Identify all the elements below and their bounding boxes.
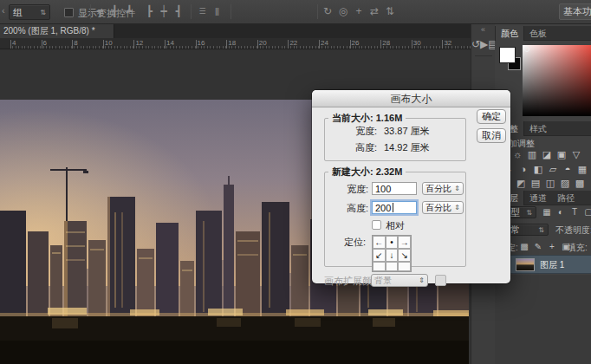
ruler-tick: 12 xyxy=(135,39,143,47)
photo-filter-icon[interactable]: ▱ xyxy=(548,164,558,175)
align-vertical-centers-icon[interactable]: ╂ xyxy=(108,5,120,18)
align-top-edges-icon[interactable]: ┳ xyxy=(94,5,106,18)
ruler-tick: 6 xyxy=(43,39,47,47)
actions-icon[interactable]: ▶ xyxy=(480,38,488,50)
layer-name[interactable]: 图层 1 xyxy=(540,259,564,271)
layers-panel-empty-area xyxy=(495,275,591,364)
foreground-color-swatch[interactable] xyxy=(499,47,516,63)
current-size-heading: 当前大小: 1.16M xyxy=(328,112,406,125)
anchor-empty-1[interactable] xyxy=(373,262,386,271)
current-size-group: 当前大小: 1.16M 宽度: 33.87 厘米 高度: 14.92 厘米 xyxy=(324,118,466,161)
layer-thumbnail[interactable] xyxy=(516,258,535,271)
align-bottom-edges-icon[interactable]: ┻ xyxy=(123,5,135,18)
brightness-contrast-icon[interactable]: ☼ xyxy=(512,149,523,160)
black-white-icon[interactable]: ◧ xyxy=(533,164,543,175)
align-right-edges-icon[interactable]: ┫ xyxy=(172,5,185,18)
dropdown-arrows-icon: ⇅ xyxy=(40,9,46,16)
anchor-down-right[interactable]: ↘ xyxy=(398,249,411,262)
color-balance-icon[interactable]: ◑ xyxy=(518,164,529,175)
horizontal-ruler[interactable]: 468101214161820222426283032 xyxy=(0,38,471,49)
invert-icon[interactable]: ◩ xyxy=(516,178,526,189)
ruler-minor-ticks xyxy=(12,46,471,49)
new-size-heading: 新建大小: 2.32M xyxy=(328,166,406,179)
anchor-empty-3[interactable] xyxy=(398,262,411,271)
dropdown-arrows-icon: ⇅ xyxy=(526,209,532,217)
lock-position-icon[interactable]: + xyxy=(547,241,557,253)
distribute-horizontal-icon[interactable]: ||| xyxy=(211,5,223,18)
tab-color[interactable]: 颜色 xyxy=(495,26,524,41)
anchor-center[interactable]: • xyxy=(386,236,399,249)
anchor-right[interactable]: → xyxy=(398,236,411,249)
extension-color-dropdown: 背景⇕ xyxy=(371,274,428,287)
ruler-tick: 30 xyxy=(413,39,421,47)
relative-checkbox[interactable] xyxy=(372,220,381,230)
fill-label: 填充: xyxy=(568,242,588,254)
dropdown-arrows-icon: ⇕ xyxy=(419,276,425,284)
cancel-button[interactable]: 取消 xyxy=(477,128,506,143)
auto-select-dropdown[interactable]: 组⇅ xyxy=(9,4,50,20)
separator xyxy=(231,4,231,19)
3d-roll-icon[interactable]: ◎ xyxy=(337,5,349,18)
ruler-tick: 18 xyxy=(228,39,236,47)
align-horizontal-centers-icon[interactable]: ┿ xyxy=(158,5,170,18)
history-icon[interactable]: ↺ xyxy=(471,38,480,50)
new-width-input[interactable] xyxy=(372,182,417,195)
anchor-empty-2[interactable] xyxy=(386,262,399,271)
ruler-tick: 14 xyxy=(166,39,174,47)
align-left-edges-icon[interactable]: ┣ xyxy=(143,5,155,18)
3d-drag-icon[interactable]: + xyxy=(353,5,365,18)
filter-pixel-layers-icon[interactable]: ▦ xyxy=(542,206,552,218)
3d-slide-icon[interactable]: ⇄ xyxy=(368,5,380,18)
lock-transparency-icon[interactable]: ▩ xyxy=(519,241,529,253)
vibrance-icon[interactable]: ▽ xyxy=(571,149,581,160)
ruler-tick: 10 xyxy=(105,39,113,47)
lock-image-icon[interactable]: ✎ xyxy=(533,241,543,253)
tab-channels[interactable]: 通道 xyxy=(524,191,552,205)
expand-panels-icon[interactable]: « xyxy=(471,24,495,35)
show-transform-checkbox[interactable] xyxy=(64,8,74,17)
workspace-switcher-button[interactable]: 基本功能 xyxy=(559,3,591,20)
levels-icon[interactable]: ▥ xyxy=(527,149,537,160)
tab-styles[interactable]: 样式 xyxy=(524,121,552,136)
separator xyxy=(90,4,91,19)
channel-mixer-icon[interactable]: ◓ xyxy=(562,164,573,175)
new-height-input[interactable] xyxy=(372,201,417,214)
anchor-down-left[interactable]: ↙ xyxy=(373,249,386,262)
color-saturation-field[interactable] xyxy=(523,45,591,116)
filter-adjustment-layers-icon[interactable]: ◐ xyxy=(555,206,566,218)
filter-type-layers-icon[interactable]: T xyxy=(569,206,580,218)
height-unit-dropdown[interactable]: 百分比⇕ xyxy=(422,201,464,214)
width-unit-dropdown[interactable]: 百分比⇕ xyxy=(422,182,464,195)
anchor-down[interactable]: ↓ xyxy=(386,249,399,262)
distribute-vertical-icon[interactable]: ☰ xyxy=(196,5,208,18)
dropdown-arrows-icon: ⇅ xyxy=(538,226,544,234)
gradient-map-icon[interactable]: ▨ xyxy=(560,178,570,189)
current-width-value: 33.87 厘米 xyxy=(384,125,430,138)
ruler-tick: 16 xyxy=(198,39,205,47)
dialog-title-bar[interactable]: 画布大小 xyxy=(312,90,510,107)
curves-icon[interactable]: ◪ xyxy=(542,149,552,160)
3d-scale-icon[interactable]: ⇅ xyxy=(384,5,396,18)
exposure-icon[interactable]: ▣ xyxy=(556,149,567,160)
opacity-label: 不透明度: xyxy=(555,224,591,237)
photoshop-window: ‹ 组⇅ 显示变换控件 ┳╂┻ ┣┿┫ ☰||| ↻◎+⇄⇅ 基本功能 200%… xyxy=(0,0,591,364)
new-height-label: 高度: xyxy=(328,202,368,215)
3d-rotate-icon[interactable]: ↻ xyxy=(321,5,334,18)
tab-paths[interactable]: 路径 xyxy=(552,191,580,205)
new-width-label: 宽度: xyxy=(328,183,368,196)
tab-swatches[interactable]: 色板 xyxy=(524,26,552,41)
document-tab[interactable]: 200% (图层 1, RGB/8) * xyxy=(0,24,114,38)
current-height-label: 高度: xyxy=(337,141,377,154)
dropdown-arrows-icon: ⇕ xyxy=(454,201,460,214)
anchor-left[interactable]: ← xyxy=(373,236,386,249)
color-lookup-icon[interactable]: ▦ xyxy=(577,164,588,175)
color-picker-marker[interactable] xyxy=(524,47,529,52)
posterize-icon[interactable]: ▤ xyxy=(530,178,541,189)
ok-button[interactable]: 确定 xyxy=(477,109,506,124)
threshold-icon[interactable]: ◫ xyxy=(545,178,555,189)
dropdown-arrows-icon: ⇕ xyxy=(454,182,460,195)
ruler-tick: 22 xyxy=(289,39,297,47)
color-panel-tabs: 颜色 色板 xyxy=(495,26,591,41)
selective-color-icon[interactable]: ▩ xyxy=(575,178,585,189)
filter-shape-layers-icon[interactable]: ▢ xyxy=(583,206,591,218)
